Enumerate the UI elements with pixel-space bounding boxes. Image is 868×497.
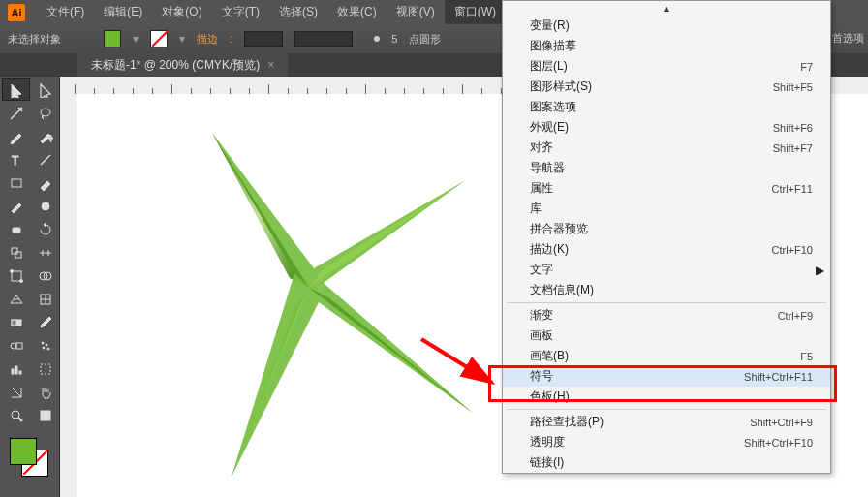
- svg-rect-8: [12, 248, 17, 254]
- tool-width[interactable]: [31, 241, 59, 264]
- menu-item-7[interactable]: 导航器: [503, 158, 830, 178]
- menu-item-9[interactable]: 库: [503, 199, 830, 219]
- tool-rectangle[interactable]: [2, 171, 30, 194]
- menu-item-0[interactable]: 变量(R): [503, 16, 830, 36]
- menu-scroll-up-icon[interactable]: ▲: [503, 1, 830, 16]
- menu-item-16[interactable]: 画板: [503, 326, 830, 346]
- tool-blend[interactable]: [2, 334, 30, 357]
- menu-item-label: 图案选项: [530, 99, 576, 115]
- tool-magic-wand[interactable]: [2, 102, 30, 124]
- svg-point-23: [42, 342, 44, 344]
- opacity-value: 5: [391, 33, 397, 45]
- menu-separator: [507, 409, 826, 410]
- menu-item-6[interactable]: 对齐Shift+F7: [503, 138, 830, 158]
- tool-pen[interactable]: [2, 125, 30, 147]
- menu-item-12[interactable]: 文字▶: [503, 260, 830, 280]
- menu-type[interactable]: 文字(T): [212, 0, 269, 24]
- svg-rect-22: [16, 343, 22, 349]
- menu-view[interactable]: 视图(V): [387, 0, 445, 24]
- menu-item-13[interactable]: 文档信息(M): [503, 280, 830, 300]
- tool-direct-selection[interactable]: [31, 78, 59, 101]
- menu-item-17[interactable]: 画笔(B)F5: [503, 346, 830, 366]
- tool-slice[interactable]: [2, 381, 30, 403]
- stroke-label[interactable]: 描边: [197, 32, 218, 47]
- menu-item-label: 符号: [530, 368, 553, 385]
- menu-item-1[interactable]: 图像描摹: [503, 36, 830, 56]
- menu-item-label: 链接(I): [530, 454, 564, 471]
- tool-hand[interactable]: [31, 381, 59, 403]
- tool-blob-brush[interactable]: [31, 195, 59, 217]
- menu-item-label: 画笔(B): [530, 348, 569, 364]
- close-icon[interactable]: ×: [267, 58, 274, 72]
- tool-perspective[interactable]: [2, 288, 30, 310]
- tool-artboard[interactable]: [31, 357, 59, 380]
- menu-item-4[interactable]: 图案选项: [503, 97, 830, 117]
- tool-mesh[interactable]: [31, 288, 59, 310]
- menu-item-3[interactable]: 图形样式(S)Shift+F5: [503, 77, 830, 97]
- menu-item-label: 描边(K): [530, 241, 569, 258]
- svg-marker-39: [212, 133, 474, 477]
- window-menu-dropdown: ▲ 变量(R)图像描摹图层(L)F7图形样式(S)Shift+F5图案选项外观(…: [502, 0, 831, 474]
- svg-point-25: [43, 347, 45, 349]
- brush-select[interactable]: [294, 31, 353, 47]
- menu-item-18[interactable]: 符号Shift+Ctrl+F11: [503, 366, 830, 387]
- tool-pencil[interactable]: [2, 195, 30, 217]
- tool-shape-builder[interactable]: [31, 264, 59, 287]
- menu-separator: [507, 302, 826, 303]
- menu-item-shortcut: Shift+F5: [773, 81, 813, 93]
- menu-item-10[interactable]: 拼合器预览: [503, 219, 830, 239]
- menu-file[interactable]: 文件(F): [37, 0, 94, 24]
- tool-add-anchor[interactable]: +: [31, 125, 59, 147]
- menu-item-8[interactable]: 属性Ctrl+F11: [503, 178, 830, 199]
- svg-point-21: [11, 343, 16, 349]
- tool-paintbrush[interactable]: [31, 171, 59, 194]
- stroke-weight-input[interactable]: [244, 31, 283, 47]
- ruler-vertical: [60, 77, 77, 497]
- tool-type[interactable]: T: [2, 148, 30, 171]
- menu-item-label: 色板(H): [530, 388, 570, 405]
- fill-swatch[interactable]: [104, 30, 121, 47]
- tool-symbol-sprayer[interactable]: [31, 334, 59, 357]
- tool-lasso[interactable]: [31, 102, 59, 124]
- fill-color-icon[interactable]: [10, 438, 37, 465]
- svg-text:T: T: [12, 154, 19, 168]
- document-tab[interactable]: 未标题-1* @ 200% (CMYK/预览) ×: [78, 53, 288, 78]
- svg-rect-9: [16, 252, 21, 258]
- menu-item-22[interactable]: 透明度Shift+Ctrl+F10: [503, 432, 830, 452]
- menu-edit[interactable]: 编辑(E): [94, 0, 152, 24]
- tool-selection[interactable]: [2, 78, 30, 101]
- menu-item-label: 对齐: [530, 140, 553, 156]
- menu-item-shortcut: Shift+Ctrl+F11: [744, 371, 813, 383]
- svg-marker-40: [212, 133, 309, 288]
- tool-scale[interactable]: [2, 241, 30, 264]
- svg-rect-29: [19, 371, 21, 374]
- tool-fill-tool[interactable]: [31, 404, 59, 426]
- tool-rotate[interactable]: [31, 218, 59, 240]
- menu-item-shortcut: Shift+F7: [773, 142, 813, 154]
- menu-select[interactable]: 选择(S): [269, 0, 327, 24]
- menu-item-label: 画板: [530, 327, 553, 344]
- tool-line[interactable]: [31, 148, 59, 171]
- tool-zoom[interactable]: [2, 404, 30, 426]
- menu-item-23[interactable]: 链接(I): [503, 452, 830, 473]
- svg-rect-30: [41, 364, 50, 374]
- menu-object[interactable]: 对象(O): [152, 0, 211, 24]
- menu-item-2[interactable]: 图层(L)F7: [503, 56, 830, 77]
- fill-stroke-control[interactable]: [0, 434, 60, 477]
- tool-eraser[interactable]: [2, 218, 30, 240]
- menu-item-5[interactable]: 外观(E)Shift+F6: [503, 117, 830, 138]
- menu-item-shortcut: Ctrl+F10: [772, 244, 814, 256]
- menu-item-21[interactable]: 路径查找器(P)Shift+Ctrl+F9: [503, 412, 830, 432]
- menu-item-15[interactable]: 渐变Ctrl+F9: [503, 305, 830, 326]
- menu-item-19[interactable]: 色板(H): [503, 387, 830, 407]
- menu-item-11[interactable]: 描边(K)Ctrl+F10: [503, 239, 830, 260]
- menu-item-shortcut: F5: [800, 351, 813, 362]
- prefs-link[interactable]: 首选项: [832, 31, 864, 46]
- tool-eyedropper[interactable]: [31, 311, 59, 333]
- menu-window[interactable]: 窗口(W): [445, 0, 506, 24]
- menu-effect[interactable]: 效果(C): [327, 0, 387, 24]
- tool-free-transform[interactable]: [2, 264, 30, 287]
- tool-graph[interactable]: [2, 357, 30, 380]
- tool-gradient[interactable]: [2, 311, 30, 333]
- stroke-swatch[interactable]: [150, 30, 168, 47]
